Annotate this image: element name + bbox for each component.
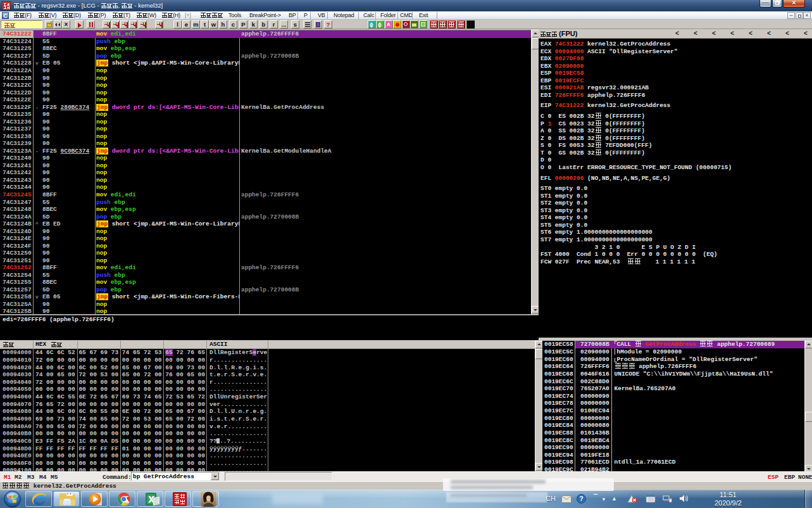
svg-text:?: ? xyxy=(579,495,583,502)
